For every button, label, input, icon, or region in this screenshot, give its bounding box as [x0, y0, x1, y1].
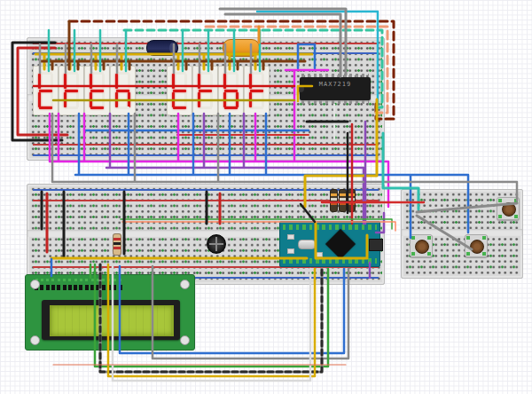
wire-green-lcd[interactable]	[90, 264, 328, 366]
breadboard-diagram-canvas: MAX7219	[0, 0, 532, 394]
wire-grey-diag-1[interactable]	[417, 203, 517, 212]
wire-blackdash-lcd[interactable]	[100, 264, 322, 372]
wire-white-lcd[interactable]	[113, 264, 310, 381]
wire-teal-drops[interactable]	[49, 30, 260, 71]
wire-magenta-chip[interactable]	[286, 70, 328, 160]
wire-yellow-nano-loop[interactable]	[316, 222, 367, 258]
wire-yellow-chip-jog[interactable]	[298, 86, 312, 101]
wire-blue-chip-u[interactable]	[298, 44, 315, 68]
wire-purple-bus[interactable]	[106, 114, 384, 278]
wire-grey-top-2[interactable]	[225, 14, 340, 76]
wire-red-mid-verts[interactable]	[47, 193, 220, 252]
wire-grey-bus[interactable]	[52, 114, 517, 201]
wire-layer	[0, 0, 532, 394]
wire-greydash-under[interactable]	[100, 264, 322, 372]
wire-black-mid-verts[interactable]	[42, 192, 207, 257]
wire-grey-diag-2[interactable]	[417, 216, 472, 249]
wire-grey-drops[interactable]	[40, 44, 251, 73]
wire-salmon-thin[interactable]	[122, 222, 395, 231]
wire-grey-lcd[interactable]	[153, 266, 348, 359]
wire-teal-dash-loop[interactable]	[124, 30, 382, 107]
wire-black-hook[interactable]	[12, 43, 62, 140]
